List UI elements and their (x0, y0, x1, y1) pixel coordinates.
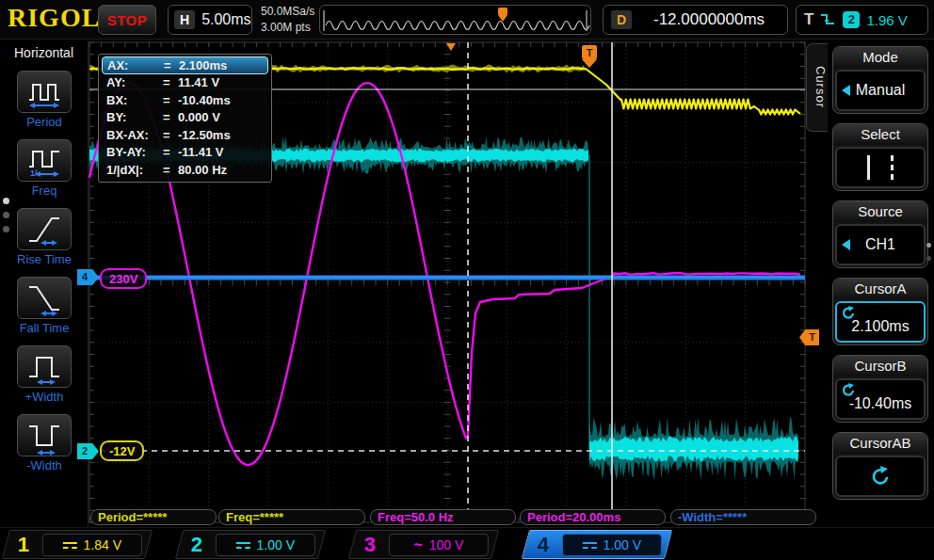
popup-row-value: 0.000 V (178, 110, 220, 124)
mode-button[interactable]: Manual (835, 70, 926, 111)
top-status-bar: RIGOL STOP H 5.00ms 50.0MSa/s 3.00M pts … (0, 0, 934, 40)
popup-row-label: 1/|dX|: (106, 163, 163, 177)
channel-2-scale-box: 1.00 V (216, 534, 315, 556)
menu-section-cursor-a: CursorA 2.100ms (832, 278, 928, 345)
horizontal-timebase-block[interactable]: H 5.00ms (168, 5, 252, 35)
popup-row-bx: BX:=-10.40ms (102, 91, 268, 109)
cursor-a-label: CursorA (833, 279, 927, 299)
menu-section-cursor-b: CursorB -10.40ms (832, 355, 928, 423)
trigger-delay-block[interactable]: D -12.0000000ms (603, 5, 788, 35)
freq-icon: 1/ (17, 139, 72, 182)
memory-depth: 3.00M pts (261, 20, 314, 36)
fall-time-icon (17, 277, 72, 319)
mode-label: Mode (833, 47, 927, 68)
channel-2-status[interactable]: 21.00 V (175, 530, 326, 559)
channel-2-inner: 21.00 V (180, 533, 321, 557)
dc-coupling-icon (236, 541, 250, 548)
popup-row-label: BX-AX: (106, 128, 163, 142)
channel-1-status[interactable]: 11.84 V (2, 530, 153, 559)
popup-row-dx: 1/|dX|:=80.00 Hz (102, 161, 268, 179)
cursor-menu-tab: Cursor (806, 43, 828, 132)
popup-row-value: 80.00 Hz (178, 163, 227, 177)
delay-value: -12.0000000ms (638, 10, 780, 29)
left-measure-menu: Horizontal Period1/FreqRise TimeFall Tim… (0, 40, 89, 527)
source-label: Source (833, 201, 927, 222)
period-icon (17, 71, 72, 113)
source-button[interactable]: CH1 (835, 224, 926, 265)
menu-section-select: Select (832, 123, 928, 191)
measurement-pill-5: -Width=***** (670, 509, 816, 525)
cursor-a-glyph (867, 155, 870, 180)
dc-coupling-icon (583, 541, 597, 548)
left-menu-item--width[interactable]: +Width (0, 345, 89, 404)
ch1-trace-label[interactable]: -12V (100, 440, 144, 461)
trigger-t-label: T (804, 10, 813, 29)
left-menu-item-fall-time[interactable]: Fall Time (0, 277, 89, 335)
menu-section-mode: Mode Manual (832, 46, 928, 114)
channel-3-status[interactable]: 3~100 V (348, 530, 499, 559)
chevron-left-icon (842, 239, 850, 250)
channel-1-scale-box: 1.84 V (42, 534, 142, 556)
popup-row-label: BY: (106, 110, 163, 124)
left-menu-item-freq[interactable]: 1/Freq (0, 139, 89, 198)
rise-time-icon (17, 208, 72, 250)
left-menu-item--width[interactable]: -Width (0, 414, 89, 472)
cursor-b-glyph (891, 155, 894, 180)
dc-coupling-icon (63, 541, 77, 548)
chevron-left-icon (842, 85, 850, 96)
left-menu-item-label: Freq (0, 184, 89, 198)
trigger-status-block[interactable]: T 2 1.96 V (796, 5, 928, 35)
cursor-a-button[interactable]: 2.100ms (835, 301, 926, 343)
cursor-ab-button[interactable] (835, 456, 926, 497)
popup-row-value: -10.40ms (178, 93, 231, 107)
popup-row-label: AY: (106, 75, 163, 89)
oscilloscope-screen: RIGOL STOP H 5.00ms 50.0MSa/s 3.00M pts … (0, 0, 934, 560)
timebase-value: 5.00ms (201, 11, 250, 28)
popup-row-value: -12.50ms (178, 128, 231, 142)
select-button[interactable] (835, 147, 926, 188)
popup-row-eq: = (163, 145, 178, 159)
ch3-trace-label[interactable]: 230V (100, 268, 147, 289)
popup-row-eq: = (163, 93, 178, 107)
cursor-b-label: CursorB (833, 356, 927, 376)
menu-page-dots (3, 198, 9, 232)
channel-status-bar: 11.84 V21.00 V3~100 V41.00 V (0, 527, 934, 560)
rotate-knob-icon (842, 306, 856, 320)
popup-row-by: BY:=0.000 V (102, 109, 268, 127)
mode-value: Manual (856, 82, 905, 99)
left-menu-item-label: -Width (0, 458, 89, 472)
trigger-flag-letter: T (587, 47, 593, 58)
measurement-pill-2: Freq=***** (218, 509, 365, 525)
left-menu-item-rise-time[interactable]: Rise Time (0, 208, 89, 266)
measurement-pill-4: Period=20.00ms (520, 509, 666, 525)
channel-2-scale: 1.00 V (257, 537, 295, 552)
cursor-b-value: -10.40ms (849, 395, 912, 412)
channel-2-number: 2 (191, 533, 208, 557)
cursor-b-button[interactable]: -10.40ms (835, 378, 926, 420)
menu-page-dots-right (926, 243, 931, 261)
channel-3-scale-box: ~100 V (389, 534, 489, 556)
svg-text:1/: 1/ (30, 168, 38, 178)
delay-icon: D (611, 10, 632, 29)
measurement-pill-3: Freq=50.0 Hz (370, 509, 516, 525)
horizontal-position-indicator[interactable] (319, 5, 591, 35)
left-menu-title: Horizontal (0, 45, 88, 60)
left-menu-item-label: +Width (0, 390, 89, 404)
left-menu-item-period[interactable]: Period (0, 71, 89, 129)
run-state-label: STOP (107, 12, 148, 28)
source-value: CH1 (865, 236, 895, 253)
popup-row-ay: AY:=11.41 V (102, 74, 268, 92)
channel-1-scale: 1.84 V (84, 537, 121, 552)
cursor-a-value: 2.100ms (851, 318, 909, 335)
left-menu-item-label: Period (0, 115, 89, 129)
rotate-knob-icon (870, 466, 891, 487)
h-icon: H (174, 10, 195, 29)
channel-1-inner: 11.84 V (7, 533, 148, 557)
channel-1-number: 1 (18, 533, 35, 557)
channel-3-inner: 3~100 V (353, 533, 494, 557)
channel-4-status[interactable]: 41.00 V (522, 530, 672, 559)
run-stop-status[interactable]: STOP (98, 5, 156, 35)
popup-row-ax: AX:=2.100ms (102, 56, 268, 74)
cursor-readout-popup: AX:=2.100msAY:=11.41 VBX:=-10.40msBY:=0.… (98, 54, 272, 183)
pos-width-icon (17, 345, 72, 388)
